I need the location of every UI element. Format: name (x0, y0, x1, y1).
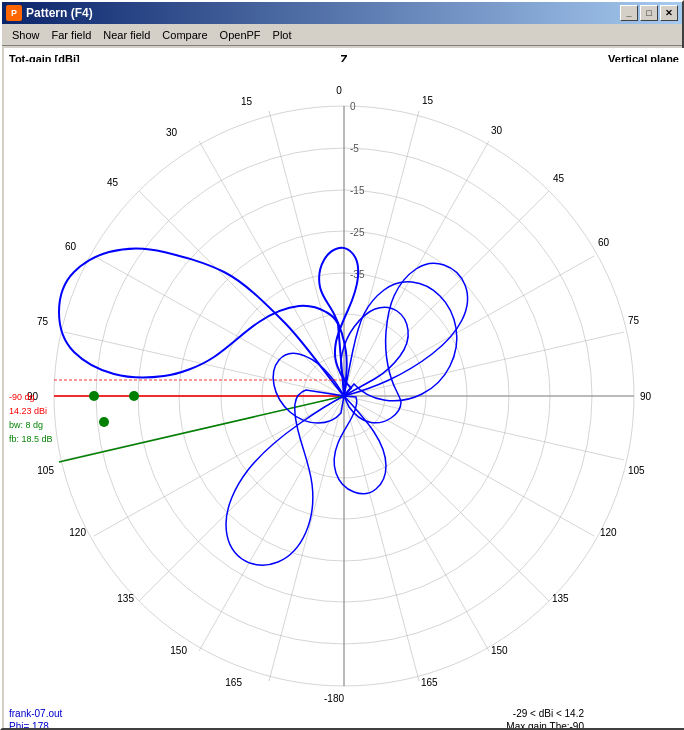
title-bar-left: P Pattern (F4) (6, 5, 93, 21)
svg-text:60: 60 (65, 241, 77, 252)
svg-text:Phi= 178: Phi= 178 (9, 721, 49, 728)
svg-text:90: 90 (640, 391, 652, 402)
minimize-button[interactable]: _ (620, 5, 638, 21)
svg-text:45: 45 (553, 173, 565, 184)
svg-text:135: 135 (117, 593, 134, 604)
svg-text:-25: -25 (350, 227, 365, 238)
svg-text:150: 150 (491, 645, 508, 656)
maximize-button[interactable]: □ (640, 5, 658, 21)
svg-text:105: 105 (628, 465, 645, 476)
svg-text:-15: -15 (350, 185, 365, 196)
svg-text:105: 105 (37, 465, 54, 476)
menu-compare[interactable]: Compare (156, 27, 213, 43)
chart-area: Tot-gain [dBi] 2380 MHz Vertical plane Z… (4, 48, 684, 728)
svg-text:0: 0 (350, 101, 356, 112)
svg-text:45: 45 (107, 177, 119, 188)
svg-point-65 (129, 391, 139, 401)
svg-text:-90 dg: -90 dg (9, 392, 35, 402)
svg-text:120: 120 (69, 527, 86, 538)
svg-text:30: 30 (491, 125, 503, 136)
close-button[interactable]: ✕ (660, 5, 678, 21)
svg-text:15: 15 (422, 95, 434, 106)
svg-text:-29 < dBi < 14.2: -29 < dBi < 14.2 (513, 708, 585, 719)
svg-text:75: 75 (37, 316, 49, 327)
svg-text:30: 30 (166, 127, 178, 138)
menu-nearfield[interactable]: Near field (97, 27, 156, 43)
svg-text:165: 165 (421, 677, 438, 688)
polar-chart-svg: 0 -5 -15 -25 -35 0 15 30 45 60 75 90 105… (4, 62, 684, 728)
svg-text:0: 0 (336, 85, 342, 96)
menu-openpf[interactable]: OpenPF (214, 27, 267, 43)
menu-bar: Show Far field Near field Compare OpenPF… (2, 24, 682, 46)
app-icon: P (6, 5, 22, 21)
svg-text:-180: -180 (324, 693, 344, 704)
svg-text:150: 150 (170, 645, 187, 656)
svg-text:15: 15 (241, 96, 253, 107)
svg-text:frank-07.out: frank-07.out (9, 708, 63, 719)
menu-show[interactable]: Show (6, 27, 46, 43)
svg-point-64 (89, 391, 99, 401)
svg-text:-5: -5 (350, 143, 359, 154)
svg-text:bw: 8 dg: bw: 8 dg (9, 420, 43, 430)
svg-text:14.23 dBi: 14.23 dBi (9, 406, 47, 416)
main-window: P Pattern (F4) _ □ ✕ Show Far field Near… (0, 0, 684, 730)
svg-text:135: 135 (552, 593, 569, 604)
svg-point-67 (99, 417, 109, 427)
menu-plot[interactable]: Plot (267, 27, 298, 43)
svg-text:Max gain The:-90: Max gain The:-90 (506, 721, 584, 728)
svg-text:120: 120 (600, 527, 617, 538)
svg-text:60: 60 (598, 237, 610, 248)
svg-text:75: 75 (628, 315, 640, 326)
svg-text:165: 165 (225, 677, 242, 688)
title-bar: P Pattern (F4) _ □ ✕ (2, 2, 682, 24)
svg-text:fb: 18.5 dB: fb: 18.5 dB (9, 434, 53, 444)
window-title: Pattern (F4) (26, 6, 93, 20)
menu-farfield[interactable]: Far field (46, 27, 98, 43)
title-buttons: _ □ ✕ (620, 5, 678, 21)
